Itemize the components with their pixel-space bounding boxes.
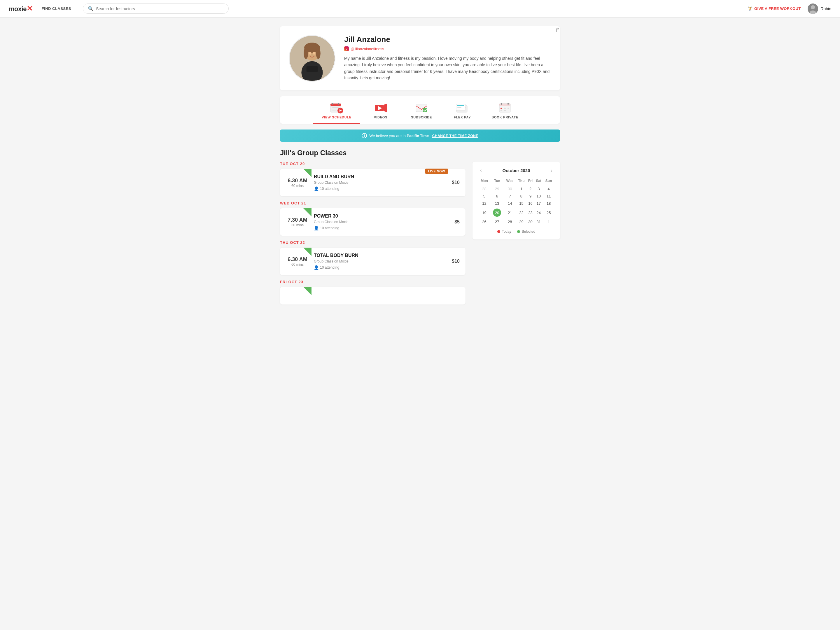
cal-day[interactable]: 25 <box>543 207 554 218</box>
cal-day[interactable]: 31 <box>534 218 543 226</box>
cal-day[interactable]: 11 <box>543 193 554 200</box>
logo[interactable]: moxie✕ <box>9 4 33 13</box>
cal-day[interactable]: 6 <box>490 193 504 200</box>
cal-day[interactable]: 30 <box>527 218 534 226</box>
class-card-power30[interactable]: 7.30 AM 30 mins POWER 30 Group Class on … <box>280 208 466 236</box>
change-timezone-link[interactable]: CHANGE THE TIME ZONE <box>432 134 478 138</box>
svg-point-8 <box>316 47 320 59</box>
content-row: TUE OCT 20 6.30 AM 60 mins BUILD AND BUR… <box>280 162 560 309</box>
cal-day[interactable]: 15 <box>516 200 527 207</box>
class-card-build-and-burn[interactable]: 6.30 AM 60 mins BUILD AND BURN Group Cla… <box>280 169 466 196</box>
tab-videos[interactable]: VIDEOS <box>360 99 401 124</box>
tab-flexpay[interactable]: FLEX PAY <box>442 99 483 124</box>
cal-day[interactable]: 9 <box>527 193 534 200</box>
day-label-wed: WED OCT 21 <box>280 201 466 205</box>
calendar-widget: ‹ October 2020 › Mon Tue Wed Thu Fri Sat… <box>472 162 560 240</box>
cal-day[interactable]: 30 <box>504 185 516 193</box>
share-icon[interactable]: ↱ <box>555 26 560 33</box>
green-corner-icon <box>303 248 311 256</box>
logo-x-icon: ✕ <box>26 4 33 13</box>
cal-day[interactable]: 24 <box>534 207 543 218</box>
tab-subscribe[interactable]: SUBSCRIBE <box>401 99 442 124</box>
cal-day[interactable]: 10 <box>534 193 543 200</box>
cal-day[interactable]: 28 <box>504 218 516 226</box>
cal-day[interactable]: 7 <box>504 193 516 200</box>
header-right: 🏋 GIVE A FREE WORKOUT Robin <box>748 3 831 14</box>
class-info: TOTAL BODY BURN Group Class on Moxie 👤 1… <box>314 253 437 270</box>
cal-day[interactable]: 28 <box>478 185 490 193</box>
profile-card: Jill Anzalone @jillanzalonefitness My na… <box>280 26 560 90</box>
svg-rect-39 <box>507 103 508 105</box>
profile-instagram[interactable]: @jillanzalonefitness <box>344 46 551 51</box>
svg-rect-16 <box>330 104 341 106</box>
give-workout-button[interactable]: 🏋 GIVE A FREE WORKOUT <box>748 6 801 11</box>
calendar-next-button[interactable]: › <box>549 167 554 174</box>
cal-day[interactable]: 14 <box>504 200 516 207</box>
bookprivate-icon <box>497 102 512 114</box>
tab-schedule-label: VIEW SCHEDULE <box>322 115 352 119</box>
cal-day[interactable]: 22 <box>516 207 527 218</box>
give-workout-label: GIVE A FREE WORKOUT <box>754 6 801 11</box>
cal-day[interactable]: 1 <box>543 218 554 226</box>
cal-day[interactable]: 17 <box>534 200 543 207</box>
header: moxie✕ FIND CLASSES 🔍 🏋 GIVE A FREE WORK… <box>0 0 840 17</box>
cal-day[interactable]: 23 <box>527 207 534 218</box>
class-price-area: $5 <box>442 219 459 224</box>
class-info: POWER 30 Group Class on Moxie 👤 10 atten… <box>314 213 437 231</box>
cal-day[interactable]: 3 <box>534 185 543 193</box>
svg-point-10 <box>313 52 315 55</box>
tab-bookprivate[interactable]: BOOK PRIVATE <box>483 99 527 124</box>
tab-view-schedule[interactable]: VIEW SCHEDULE <box>313 99 360 124</box>
green-corner-icon <box>303 208 311 216</box>
svg-rect-20 <box>332 109 338 109</box>
today-dot <box>497 230 500 233</box>
cal-day-selected[interactable]: 20 <box>490 207 504 218</box>
cal-day[interactable]: 19 <box>478 207 490 218</box>
cal-dow-sat: Sat <box>534 178 543 185</box>
class-card-total-body-burn[interactable]: 6.30 AM 60 mins TOTAL BODY BURN Group Cl… <box>280 248 466 275</box>
class-price-area: LIVE NOW $10 <box>442 180 459 185</box>
svg-point-7 <box>304 47 308 59</box>
user-menu[interactable]: Robin <box>808 3 831 14</box>
logo-text: moxie✕ <box>9 4 33 13</box>
calendar-legend: Today Selected <box>478 229 554 234</box>
tab-subscribe-label: SUBSCRIBE <box>411 115 432 119</box>
day-label-fri: FRI OCT 23 <box>280 280 466 284</box>
profile-name: Jill Anzalone <box>344 35 551 44</box>
cal-day[interactable]: 29 <box>490 185 504 193</box>
user-name: Robin <box>821 6 831 11</box>
cal-day[interactable]: 13 <box>490 200 504 207</box>
timezone-banner: i We believe you are in Pacific Time - C… <box>280 129 560 142</box>
class-time: 6.30 AM 60 mins <box>286 256 309 267</box>
cal-day[interactable]: 18 <box>543 200 554 207</box>
day-label-thu: THU OCT 22 <box>280 240 466 245</box>
classes-list: TUE OCT 20 6.30 AM 60 mins BUILD AND BUR… <box>280 162 466 309</box>
search-input[interactable] <box>96 6 224 11</box>
cal-day[interactable]: 8 <box>516 193 527 200</box>
cal-day[interactable]: 27 <box>490 218 504 226</box>
schedule-icon <box>329 102 344 114</box>
cal-day[interactable]: 16 <box>527 200 534 207</box>
class-card-fri[interactable] <box>280 287 466 305</box>
cal-day[interactable]: 29 <box>516 218 527 226</box>
calendar-prev-button[interactable]: ‹ <box>478 167 483 174</box>
cal-day[interactable]: 21 <box>504 207 516 218</box>
svg-rect-35 <box>457 109 460 109</box>
cal-day[interactable]: 12 <box>478 200 490 207</box>
cal-day[interactable]: 2 <box>527 185 534 193</box>
timezone-message: We believe you are in Pacific Time - CHA… <box>369 134 478 138</box>
day-label-tue: TUE OCT 20 <box>280 162 466 166</box>
class-price-area: $10 <box>442 259 459 264</box>
tab-videos-label: VIDEOS <box>374 115 387 119</box>
svg-rect-38 <box>501 103 502 105</box>
svg-rect-21 <box>332 111 336 111</box>
nav-find-classes[interactable]: FIND CLASSES <box>42 6 71 11</box>
cal-day[interactable]: 1 <box>516 185 527 193</box>
search-icon: 🔍 <box>88 6 94 11</box>
svg-rect-37 <box>499 104 510 106</box>
cal-day[interactable]: 4 <box>543 185 554 193</box>
cal-day[interactable]: 5 <box>478 193 490 200</box>
legend-selected: Selected <box>517 229 535 234</box>
cal-day[interactable]: 26 <box>478 218 490 226</box>
svg-rect-33 <box>457 105 464 106</box>
